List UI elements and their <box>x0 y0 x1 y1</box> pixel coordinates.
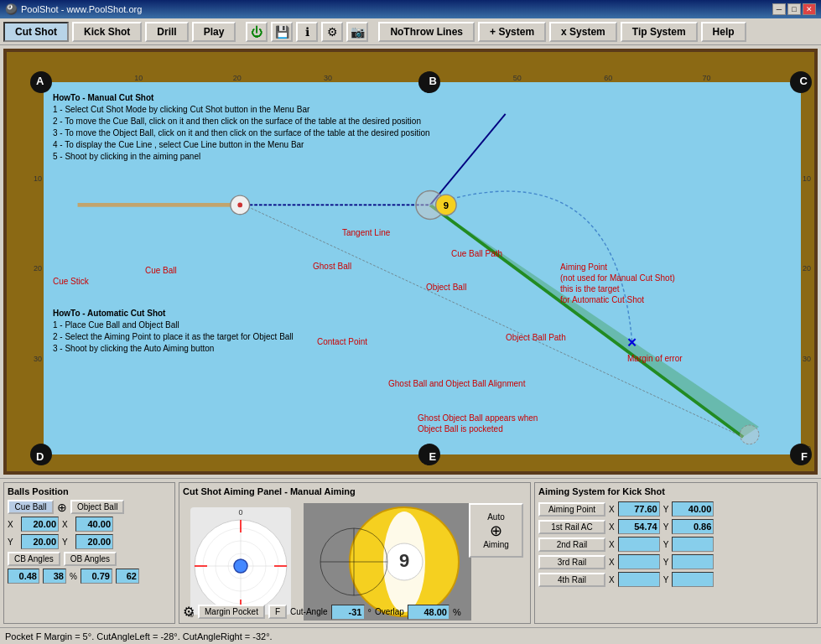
help-button[interactable]: Help <box>701 22 746 42</box>
table-area[interactable]: 0 10 20 30 40 50 60 70 80 0 10 20 30 40 … <box>3 49 818 475</box>
cb-angles-button[interactable]: CB Angles <box>8 552 60 566</box>
pocket-a-label: A <box>36 75 44 87</box>
bottom-panel: Balls Position Cue Ball ⊕ Object Ball X … <box>0 478 821 627</box>
minimize-btn[interactable]: ─ <box>772 3 786 15</box>
rail3-button[interactable]: 3rd Rail <box>538 555 605 569</box>
cut-angle-value: -31 <box>331 605 365 620</box>
rail4-button[interactable]: 4th Rail <box>538 573 605 587</box>
cue-y-value: 20.00 <box>21 534 59 549</box>
svg-point-11 <box>740 425 759 444</box>
x-label: X <box>8 520 18 529</box>
app-icon: 🎱 <box>5 3 18 15</box>
ruler-left: 0 10 20 30 40 <box>20 82 44 454</box>
ghost-ball-label: Ghost Ball <box>313 262 351 271</box>
info-icon-btn[interactable]: ℹ <box>296 22 318 42</box>
svg-line-4 <box>244 205 743 437</box>
ap-x-value: 77.60 <box>618 501 660 517</box>
settings-icon-btn[interactable]: ⚙ <box>321 22 343 42</box>
rail3-x-value <box>618 554 660 569</box>
rail4-y-value <box>672 572 714 587</box>
drill-button[interactable]: Drill <box>145 22 188 42</box>
val1: 0.48 <box>8 569 39 584</box>
r2-y-label: Y <box>663 540 669 549</box>
r3-x-label: X <box>609 558 615 567</box>
window-title: PoolShot - www.PoolShot.org <box>21 4 772 14</box>
dial-container[interactable]: 0 0 <box>186 503 295 621</box>
kick-panel-title: Aiming System for Kick Shot <box>538 486 813 496</box>
contact-point-label: Contact Point <box>317 337 367 346</box>
pocket-d-label: D <box>36 450 44 463</box>
svg-line-3 <box>430 205 743 437</box>
rail1-button[interactable]: 1st Rail AC <box>538 520 605 534</box>
rail1-x-value: 54.74 <box>618 519 660 534</box>
cue-x-value: 20.00 <box>21 517 59 532</box>
camera-icon-btn[interactable]: 📷 <box>346 22 368 42</box>
svg-text:0: 0 <box>238 508 242 517</box>
cue-ball-label: Cue Ball <box>145 266 177 275</box>
ob-angles-button[interactable]: OB Angles <box>64 552 117 566</box>
plus-system-button[interactable]: + System <box>478 22 546 42</box>
play-button[interactable]: Play <box>192 22 236 42</box>
rail2-button[interactable]: 2nd Rail <box>538 538 605 552</box>
ball-display[interactable]: 9 <box>304 503 471 621</box>
val3: 0.79 <box>81 569 112 584</box>
move-icon[interactable]: ⊕ <box>57 501 67 514</box>
save-icon-btn[interactable]: 💾 <box>271 22 293 42</box>
svg-text:9: 9 <box>444 200 449 210</box>
aiming-panel-title: Cut Shot Aiming Panel - Manual Aiming <box>183 486 527 496</box>
rail2-x-value <box>618 537 660 552</box>
overlap-value: 48.00 <box>408 605 449 620</box>
kick-shot-button[interactable]: Kick Shot <box>72 22 142 42</box>
kick-shot-panel: Aiming System for Kick Shot Aiming Point… <box>534 482 818 624</box>
fv-button[interactable]: F <box>268 605 287 619</box>
degree-symbol-1: ° <box>368 607 372 617</box>
ghost-ball-alignment-label: Ghost Ball and Object Ball Alignment <box>388 379 525 388</box>
window-controls: ─ □ ✕ <box>772 3 816 15</box>
cut-shot-button[interactable]: Cut Shot <box>3 22 69 42</box>
aiming-bottom-controls: ⚙ Margin Pocket F Cut-Angle -31 ° Overla… <box>183 604 527 620</box>
ruler-right: 0 10 20 30 40 <box>801 82 813 454</box>
overlap-pct: % <box>453 607 461 617</box>
no-throw-button[interactable]: NoThrow Lines <box>378 22 475 42</box>
svg-text:9: 9 <box>399 550 409 571</box>
cue-ball-button[interactable]: Cue Ball <box>8 500 54 514</box>
manual-instructions: HowTo - Manual Cut Shot 1 - Select Cut S… <box>53 92 430 163</box>
svg-point-8 <box>237 203 242 208</box>
pocket-c-label: C <box>800 75 808 87</box>
svg-line-2 <box>430 114 506 205</box>
r1-x-label: X <box>609 522 615 532</box>
r2-x-label: X <box>609 540 615 549</box>
y-label-2: Y <box>62 538 72 547</box>
cut-angle-label: Cut-Angle <box>290 607 327 616</box>
svg-marker-5 <box>430 205 759 437</box>
settings-icon[interactable]: ⚙ <box>183 604 195 620</box>
restore-btn[interactable]: □ <box>787 3 801 15</box>
close-btn[interactable]: ✕ <box>803 3 816 15</box>
aiming-point-button[interactable]: Aiming Point <box>538 502 605 517</box>
balls-position-panel: Balls Position Cue Ball ⊕ Object Ball X … <box>3 482 175 624</box>
val4: 62 <box>116 569 139 584</box>
margin-pocket-button[interactable]: Margin Pocket <box>198 605 265 619</box>
obj-y-value: 20.00 <box>75 534 113 549</box>
menubar: Cut Shot Kick Shot Drill Play ⏻ 💾 ℹ ⚙ 📷 … <box>0 18 821 45</box>
tangent-line-label: Tangent Line <box>342 228 390 237</box>
x-system-button[interactable]: x System <box>549 22 617 42</box>
balls-position-title: Balls Position <box>8 486 171 496</box>
aiming-panel: Cut Shot Aiming Panel - Manual Aiming <box>179 482 531 624</box>
object-ball-button[interactable]: Object Ball <box>70 500 124 514</box>
tip-system-button[interactable]: Tip System <box>621 22 698 42</box>
svg-text:✕: ✕ <box>626 335 637 350</box>
r3-y-label: Y <box>663 558 669 567</box>
rail2-y-value <box>672 537 714 552</box>
object-ball-label: Object Ball <box>426 283 466 292</box>
power-icon-btn[interactable]: ⏻ <box>246 22 268 42</box>
statusbar: Pocket F Margin = 5°. CutAngleLeft = -28… <box>0 627 821 644</box>
pocket-f-label: F <box>801 450 808 463</box>
titlebar: 🎱 PoolShot - www.PoolShot.org ─ □ ✕ <box>0 0 821 18</box>
kick-y-label: Y <box>663 505 669 514</box>
x-label-2: X <box>62 520 72 529</box>
status-text: Pocket F Margin = 5°. CutAngleLeft = -28… <box>5 631 273 641</box>
cue-ball-path-label: Cue Ball Path <box>451 249 502 258</box>
auto-aiming-button[interactable]: Auto ⊕ Aiming <box>469 503 523 558</box>
aiming-point-label: Aiming Point (not used for Manual Cut Sh… <box>560 262 675 305</box>
